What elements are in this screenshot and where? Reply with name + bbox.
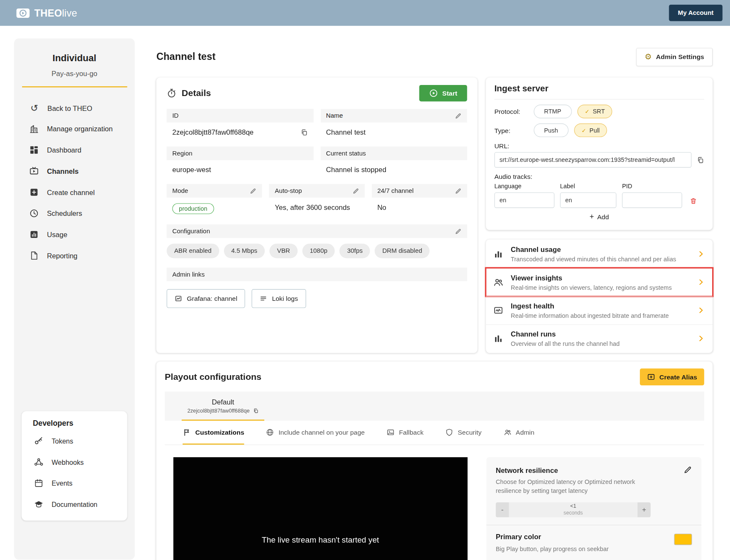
tab-security[interactable]: Security [445,421,481,444]
sidebar-item-label: Webhooks [52,458,84,466]
config-chip: 1080p [302,243,335,258]
link-channel-usage[interactable]: Channel usage Transcoded and viewed minu… [486,240,713,268]
link-title: Viewer insights [511,274,689,282]
delete-audio-track-button[interactable] [690,197,697,205]
webhook-icon [34,457,44,467]
edit-auto-stop-button[interactable] [352,187,359,194]
video-player[interactable]: The live stream hasn't started yet [173,457,468,560]
sidebar-item-channels[interactable]: Channels [14,161,135,182]
tab-admin[interactable]: Admin [503,421,535,444]
copy-id-button[interactable] [300,128,308,136]
organization-icon [29,124,39,134]
my-account-button[interactable]: My Account [669,5,722,21]
link-viewer-insights[interactable]: Viewer insights Real-time insights on vi… [486,268,713,296]
loki-logs-button[interactable]: Loki logs [252,289,306,308]
config-chip: 4.5 Mbps [224,243,265,258]
sidebar-item-tokens[interactable]: Tokens [22,430,127,452]
playout-settings-panel: Network resilience Choose for Optimized … [487,457,702,560]
link-ingest-health[interactable]: Ingest health Real-time information abou… [486,296,713,324]
audio-language-input[interactable] [494,192,554,208]
sidebar-menu: ↺ Back to THEO Manage organization Dashb… [14,98,135,266]
sidebar-item-manage-organization[interactable]: Manage organization [14,118,135,139]
edit-247-button[interactable] [455,187,461,194]
edit-name-button[interactable] [455,113,461,119]
type-push-chip[interactable]: Push [534,124,568,137]
auto-stop-value: Yes, after 3600 seconds [275,203,350,211]
start-button[interactable]: Start [419,85,467,102]
protocol-srt-chip[interactable]: ✓ SRT [577,105,612,118]
config-chip: 30fps [340,243,370,258]
pencil-icon [455,187,461,194]
sidebar-item-label: Usage [47,230,67,238]
chevron-right-icon [697,306,705,314]
developers-title: Developers [22,419,127,428]
copy-url-button[interactable] [697,156,705,164]
bar-chart-icon [493,249,503,259]
field-auto-stop: Auto-stop Yes, after 3600 seconds [269,184,365,218]
create-alias-button[interactable]: Create Alias [639,368,704,385]
sidebar-item-dashboard[interactable]: Dashboard [14,139,135,161]
audio-label-input[interactable] [560,192,617,208]
copy-alias-id-button[interactable] [253,408,258,413]
link-channel-runs[interactable]: Channel runs Overview of all the runs th… [486,324,713,352]
edit-mode-button[interactable] [250,187,256,194]
tv-icon [29,166,39,176]
ingest-url-input[interactable] [494,152,691,167]
check-icon: ✓ [581,127,586,133]
latency-decrease-button[interactable]: - [496,502,509,517]
field-name: Name Channel test [320,109,467,140]
region-value: europe-west [172,166,211,174]
tab-include-channel[interactable]: Include channel on your page [266,421,365,444]
playout-title: Playout configurations [165,372,261,382]
edit-configuration-button[interactable] [455,228,461,234]
key-icon [34,436,44,446]
sidebar-item-label: Tokens [52,437,74,445]
chevron-right-icon [697,250,705,258]
network-resilience-title: Network resilience [496,466,558,474]
grafana-channel-button[interactable]: Grafana: channel [167,289,245,308]
audio-pid-input[interactable] [622,192,682,208]
pencil-icon [250,187,256,194]
sidebar-item-events[interactable]: Events [22,473,127,494]
calendar-icon [34,478,44,488]
sidebar-item-reporting[interactable]: Reporting [14,245,135,266]
tab-default[interactable]: Default 2zejcol8bjtt87faw0ff688qe [182,391,264,420]
edit-network-resilience-button[interactable] [684,466,692,474]
tab-fallback[interactable]: Fallback [386,421,423,444]
protocol-rtmp-chip[interactable]: RTMP [534,105,572,118]
pencil-icon [455,228,461,234]
admin-links-header: Admin links [167,268,467,281]
check-icon: ✓ [585,108,589,115]
latency-increase-button[interactable]: + [637,502,651,517]
image-icon [386,428,395,436]
sidebar-item-label: Reporting [47,252,77,260]
field-current-status: Current status Channel is stopped [320,147,467,178]
primary-color-description: Big Play button, play progress on seekba… [496,545,609,554]
primary-color-swatch[interactable] [674,534,692,545]
sidebar-item-back-to-theo[interactable]: ↺ Back to THEO [14,98,135,119]
url-label: URL: [494,142,704,150]
config-chip: ABR enabled [167,243,219,258]
developers-card: Developers Tokens Webhooks Events Docume… [22,411,127,520]
tab-customizations[interactable]: Customizations [183,421,244,444]
square-plus-icon [647,373,655,381]
link-description: Transcoded and viewed minutes of this ch… [511,256,689,263]
sidebar-item-documentation[interactable]: Documentation [22,494,127,515]
field-mode: Mode production [167,184,262,218]
sidebar-item-webhooks[interactable]: Webhooks [22,452,127,473]
brand-logo[interactable]: THEOlive [16,7,77,19]
clock-icon [29,209,39,218]
channel-name-value: Channel test [326,128,365,136]
sidebar-item-usage[interactable]: Usage [14,224,135,245]
sidebar-item-schedulers[interactable]: Schedulers [14,203,135,224]
page-header: Channel test ⚙ Admin Settings [156,47,713,66]
mode-badge: production [172,203,214,214]
pencil-icon [684,466,692,474]
copy-icon [253,408,258,413]
brand-name: THEOlive [34,7,77,19]
sidebar-item-create-channel[interactable]: Create channel [14,182,135,203]
type-pull-chip[interactable]: ✓ Pull [574,124,607,137]
add-audio-track-button[interactable]: + Add [589,213,609,221]
admin-settings-button[interactable]: ⚙ Admin Settings [636,48,713,66]
sidebar-item-label: Dashboard [47,146,81,154]
